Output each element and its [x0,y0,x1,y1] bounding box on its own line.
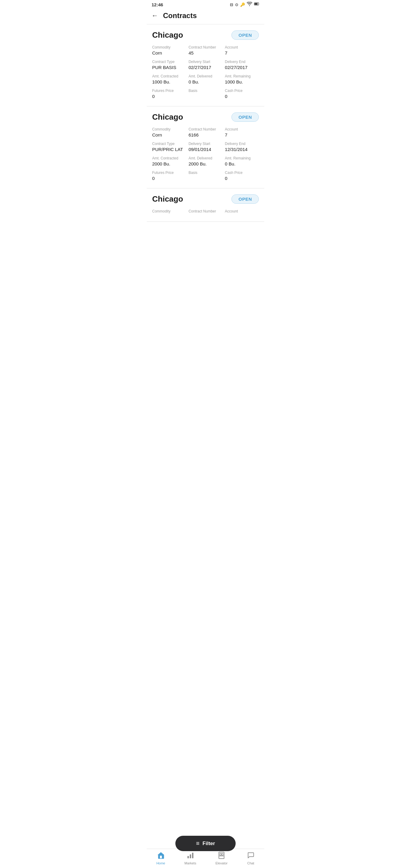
svg-rect-1 [255,3,258,5]
svg-rect-8 [222,854,223,856]
card-header-1: Chicago OPEN [152,30,259,40]
battery-icon [254,2,259,7]
field-amt-delivered-1: Amt. Delivered 0 Bu. [189,74,223,84]
nav-elevator-label: Elevator [216,861,227,865]
field-basis-2: Basis [189,170,223,181]
contract-location-1: Chicago [152,30,183,40]
card-header-3: Chicago OPEN [152,194,259,204]
contract-location-3: Chicago [152,194,183,204]
field-contract-number-1: Contract Number 45 [189,45,223,56]
nav-home[interactable]: Home [156,851,165,865]
status-time: 12:46 [152,2,163,7]
card-header-2: Chicago OPEN [152,113,259,122]
field-amt-contracted-1: Amt. Contracted 1000 Bu. [152,74,186,84]
nav-elevator[interactable]: Elevator [216,851,227,865]
page-header: ← Contracts [147,8,264,24]
field-contract-type-2: Contract Type PUR/PRIC LAT [152,142,186,152]
field-account-2: Account 7 [225,127,259,137]
key-icon: 🔑 [240,2,245,7]
svg-rect-5 [192,852,193,858]
contract-location-2: Chicago [152,113,183,122]
field-amt-remaining-2: Amt. Remaining 0 Bu. [225,156,259,166]
field-account-3: Account [225,209,259,214]
field-delivery-end-1: Delivery End 02/27/2017 [225,60,259,70]
nav-chat[interactable]: Chat [247,851,255,865]
nav-markets-label: Markets [184,861,196,865]
svg-rect-2 [160,856,162,858]
field-delivery-end-2: Delivery End 12/31/2014 [225,142,259,152]
bottom-nav: Home Markets Elevator Chat [147,849,264,868]
nav-chat-label: Chat [247,861,254,865]
field-futures-price-1: Futures Price 0 [152,89,186,99]
status-icons: ⊟ ⊙ 🔑 [230,2,259,7]
field-commodity-2: Commodity Corn [152,127,186,137]
field-cash-price-2: Cash Price 0 [225,170,259,181]
svg-rect-3 [187,856,189,858]
field-delivery-start-1: Delivery Start 02/27/2017 [189,60,223,70]
contract-card-2: Chicago OPEN Commodity Corn Contract Num… [147,106,264,188]
navigation-icon: ⊙ [235,2,238,7]
chat-icon [247,851,255,861]
open-badge-3: OPEN [231,194,259,204]
field-commodity-1: Commodity Corn [152,45,186,56]
svg-rect-4 [190,855,191,858]
field-basis-1: Basis [189,89,223,99]
field-contract-type-1: Contract Type PUR BASIS [152,60,186,70]
markets-icon [187,851,194,861]
back-button[interactable]: ← [152,12,158,20]
contract-card-3: Chicago OPEN Commodity Contract Number A… [147,188,264,222]
page-title: Contracts [163,11,197,20]
filter-button[interactable]: ≡ Filter [176,836,235,851]
field-grid-1: Commodity Corn Contract Number 45 Accoun… [152,45,259,99]
nav-home-label: Home [156,861,165,865]
filter-bar: ≡ Filter [176,836,235,851]
field-grid-3: Commodity Contract Number Account [152,209,259,214]
sim-icon: ⊟ [230,2,233,7]
field-account-1: Account 7 [225,45,259,56]
open-badge-2: OPEN [231,113,259,122]
field-futures-price-2: Futures Price 0 [152,170,186,181]
elevator-icon [218,851,225,861]
field-contract-number-2: Contract Number 6166 [189,127,223,137]
field-delivery-start-2: Delivery Start 09/01/2014 [189,142,223,152]
wifi-icon [247,2,252,7]
status-bar: 12:46 ⊟ ⊙ 🔑 [147,0,264,8]
open-badge-1: OPEN [231,30,259,40]
field-cash-price-1: Cash Price 0 [225,89,259,99]
nav-markets[interactable]: Markets [184,851,196,865]
field-amt-remaining-1: Amt. Remaining 1000 Bu. [225,74,259,84]
contract-card-1: Chicago OPEN Commodity Corn Contract Num… [147,24,264,106]
field-amt-contracted-2: Amt. Contracted 2000 Bu. [152,156,186,166]
field-amt-delivered-2: Amt. Delivered 2000 Bu. [189,156,223,166]
filter-label: Filter [202,841,215,846]
svg-rect-7 [220,854,221,856]
field-grid-2: Commodity Corn Contract Number 6166 Acco… [152,127,259,181]
contracts-list: Chicago OPEN Commodity Corn Contract Num… [147,24,264,246]
field-contract-number-3: Contract Number [189,209,223,214]
filter-icon: ≡ [196,840,199,847]
field-commodity-3: Commodity [152,209,186,214]
home-icon [157,851,165,861]
